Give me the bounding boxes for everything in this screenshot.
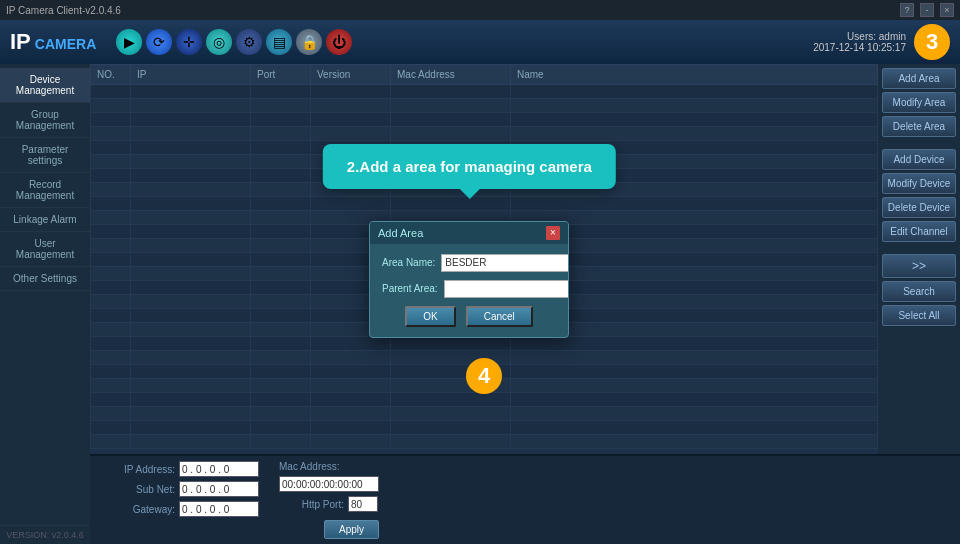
area-name-field: Area Name: bbox=[382, 254, 556, 272]
add-device-button[interactable]: Add Device bbox=[882, 149, 956, 170]
version-label: VERSION: v2.0.4.6 bbox=[0, 525, 90, 544]
modal-title: Add Area bbox=[378, 227, 423, 239]
edit-channel-button[interactable]: Edit Channel bbox=[882, 221, 956, 242]
sidebar-item-linkage-alarm[interactable]: Linkage Alarm bbox=[0, 208, 90, 232]
close-button[interactable]: × bbox=[940, 3, 954, 17]
bottom-fields: IP Address: Sub Net: Gateway: Mac Addres… bbox=[110, 461, 940, 539]
ip-address-label: IP Address: bbox=[110, 464, 175, 475]
power-icon[interactable]: ⏻ bbox=[326, 29, 352, 55]
log-icon[interactable]: ▤ bbox=[266, 29, 292, 55]
logo: IP CAMERA bbox=[10, 31, 96, 53]
bottom-panel: IP Address: Sub Net: Gateway: Mac Addres… bbox=[90, 454, 960, 544]
modify-area-button[interactable]: Modify Area bbox=[882, 92, 956, 113]
sidebar-item-parameter-settings[interactable]: Parameter settings bbox=[0, 138, 90, 173]
area-name-input[interactable] bbox=[441, 254, 569, 272]
search-button[interactable]: Search bbox=[882, 281, 956, 302]
modal-dialog: Add Area × Area Name: Parent Area: bbox=[369, 221, 569, 338]
app-title: IP Camera Client-v2.0.4.6 bbox=[6, 5, 121, 16]
subnet-input[interactable] bbox=[179, 481, 259, 497]
area-name-label: Area Name: bbox=[382, 257, 435, 268]
right-panel: Add Area Modify Area Delete Area Add Dev… bbox=[878, 64, 960, 454]
http-port-input[interactable] bbox=[348, 496, 378, 512]
http-port-label: Http Port: bbox=[279, 499, 344, 510]
modify-device-button[interactable]: Modify Device bbox=[882, 173, 956, 194]
parent-area-input[interactable] bbox=[444, 280, 569, 298]
users-label: Users: admin bbox=[813, 31, 906, 42]
subnet-row: Sub Net: bbox=[110, 481, 259, 497]
modal-overlay: Add Area × Area Name: Parent Area: bbox=[90, 64, 878, 454]
help-button[interactable]: ? bbox=[900, 3, 914, 17]
ip-address-input[interactable] bbox=[179, 461, 259, 477]
mac-group: Mac Address: Http Port: Apply bbox=[279, 461, 379, 539]
header-info: Users: admin 2017-12-14 10:25:17 bbox=[813, 31, 906, 53]
sidebar-item-other-settings[interactable]: Other Settings bbox=[0, 267, 90, 291]
map-icon[interactable]: ◎ bbox=[206, 29, 232, 55]
modal-ok-button[interactable]: OK bbox=[405, 306, 455, 327]
modal-buttons: OK Cancel bbox=[382, 306, 556, 327]
logo-camera: CAMERA bbox=[35, 37, 96, 51]
ip-address-row: IP Address: bbox=[110, 461, 259, 477]
lock-icon[interactable]: 🔒 bbox=[296, 29, 322, 55]
sidebar-item-group-management[interactable]: Group Management bbox=[0, 103, 90, 138]
parent-area-field: Parent Area: bbox=[382, 280, 556, 298]
playback-icon[interactable]: ⟳ bbox=[146, 29, 172, 55]
step3-badge: 3 bbox=[914, 24, 950, 60]
parent-area-label: Parent Area: bbox=[382, 283, 438, 294]
table-container: NO. IP Port Version Mac Address Name bbox=[90, 64, 878, 454]
modal-titlebar: Add Area × bbox=[370, 222, 568, 244]
ptz-icon[interactable]: ✛ bbox=[176, 29, 202, 55]
preview-icon[interactable]: ▶ bbox=[116, 29, 142, 55]
modal-cancel-button[interactable]: Cancel bbox=[466, 306, 533, 327]
select-all-button[interactable]: Select All bbox=[882, 305, 956, 326]
gateway-label: Gateway: bbox=[110, 504, 175, 515]
mac-address-row: Mac Address: bbox=[279, 461, 379, 472]
main-layout: Device Management Group Management Param… bbox=[0, 64, 960, 544]
modal-close-button[interactable]: × bbox=[546, 226, 560, 240]
expand-button[interactable]: >> bbox=[882, 254, 956, 278]
title-bar: IP Camera Client-v2.0.4.6 ? - × bbox=[0, 0, 960, 20]
header-right: Users: admin 2017-12-14 10:25:17 3 bbox=[813, 24, 950, 60]
subnet-label: Sub Net: bbox=[110, 484, 175, 495]
modal-body: Area Name: Parent Area: OK Cancel bbox=[370, 244, 568, 337]
mac-address-input[interactable] bbox=[279, 476, 379, 492]
sidebar: Device Management Group Management Param… bbox=[0, 64, 90, 544]
gateway-input[interactable] bbox=[179, 501, 259, 517]
add-area-button[interactable]: Add Area bbox=[882, 68, 956, 89]
http-port-row: Http Port: bbox=[279, 496, 379, 512]
apply-button[interactable]: Apply bbox=[324, 520, 379, 539]
window-controls: ? - × bbox=[900, 3, 954, 17]
logo-ip: IP bbox=[10, 31, 31, 53]
content-area: NO. IP Port Version Mac Address Name bbox=[90, 64, 960, 544]
header: IP CAMERA ▶ ⟳ ✛ ◎ ⚙ ▤ 🔒 ⏻ Users: admin 2… bbox=[0, 20, 960, 64]
gateway-row: Gateway: bbox=[110, 501, 259, 517]
sidebar-item-record-management[interactable]: Record Management bbox=[0, 173, 90, 208]
datetime-label: 2017-12-14 10:25:17 bbox=[813, 42, 906, 53]
left-fields: IP Address: Sub Net: Gateway: bbox=[110, 461, 259, 517]
minimize-button[interactable]: - bbox=[920, 3, 934, 17]
toolbar-icons: ▶ ⟳ ✛ ◎ ⚙ ▤ 🔒 ⏻ bbox=[116, 29, 352, 55]
delete-area-button[interactable]: Delete Area bbox=[882, 116, 956, 137]
sidebar-item-device-management[interactable]: Device Management bbox=[0, 68, 90, 103]
config-icon[interactable]: ⚙ bbox=[236, 29, 262, 55]
delete-device-button[interactable]: Delete Device bbox=[882, 197, 956, 218]
mac-address-label: Mac Address: bbox=[279, 461, 340, 472]
sidebar-item-user-management[interactable]: User Management bbox=[0, 232, 90, 267]
